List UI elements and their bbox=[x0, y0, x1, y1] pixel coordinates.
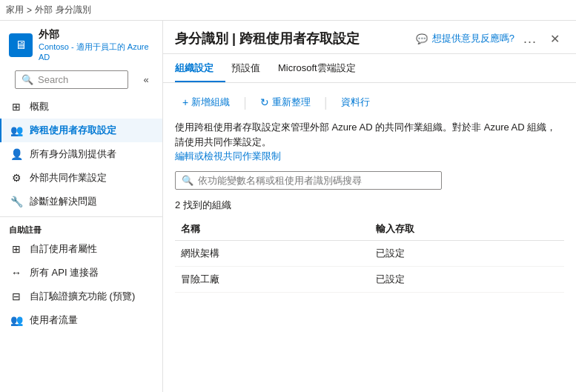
content-area: 身分識別 | 跨租使用者存取設定 💬 想提供意見反應嗎? ... ✕ 組織設定 … bbox=[163, 21, 576, 392]
breadcrumb-identity[interactable]: 身分識別 bbox=[56, 4, 91, 16]
api-connectors-icon: ↔ bbox=[10, 267, 22, 279]
sidebar-item-custom-auth-label: 自訂驗證擴充功能 (預覽) bbox=[30, 290, 135, 303]
sidebar-header: 🖥 外部 Contoso - 適用于員工的 Azure AD bbox=[0, 21, 162, 64]
sidebar-item-custom-auth[interactable]: ⊟ 自訂驗證擴充功能 (預覽) bbox=[0, 285, 162, 308]
sidebar-item-api-connectors[interactable]: ↔ 所有 API 連接器 bbox=[0, 261, 162, 285]
data-columns-button[interactable]: 資料行 bbox=[334, 92, 377, 113]
refresh-button[interactable]: ↻ 重新整理 bbox=[253, 92, 318, 113]
sidebar-item-custom-attrs[interactable]: ⊞ 自訂使用者屬性 bbox=[0, 237, 162, 261]
breadcrumb: 家用 > 外部 身分識別 bbox=[0, 0, 576, 21]
feedback-icon: 💬 bbox=[416, 33, 428, 44]
collab-restrictions-link[interactable]: 編輯或檢視共同作業限制 bbox=[175, 150, 281, 162]
add-org-button[interactable]: + 新增組織 bbox=[175, 92, 237, 113]
content-header-right: 💬 想提供意見反應嗎? ... ✕ bbox=[416, 30, 564, 47]
sidebar-item-overview-label: 概觀 bbox=[30, 100, 49, 113]
custom-attrs-icon: ⊞ bbox=[10, 243, 22, 255]
sidebar-item-all-providers-label: 所有身分識別提供者 bbox=[30, 147, 116, 161]
sidebar-header-text: 外部 Contoso - 適用于員工的 Azure AD bbox=[39, 28, 153, 62]
org-name: 網狀架構 bbox=[175, 240, 370, 266]
filter-input[interactable] bbox=[198, 175, 435, 186]
org-access: 已設定 bbox=[370, 240, 565, 266]
filter-icon: 🔍 bbox=[182, 175, 193, 186]
sidebar: 🖥 外部 Contoso - 適用于員工的 Azure AD 🔍 « ⊞ 概觀 … bbox=[0, 21, 163, 392]
more-options-button[interactable]: ... bbox=[523, 31, 537, 47]
filter-box[interactable]: 🔍 bbox=[175, 171, 442, 190]
sidebar-item-cross-tenant-label: 跨租使用者存取設定 bbox=[30, 124, 116, 137]
description-text1: 使用跨租使用者存取設定來管理外部 Azure AD 的共同作業組織。對於非 Az… bbox=[175, 122, 556, 147]
tab-org-settings[interactable]: 組織設定 bbox=[175, 56, 225, 82]
table-row[interactable]: 網狀架構 已設定 bbox=[175, 240, 564, 266]
data-columns-label: 資料行 bbox=[341, 96, 370, 109]
orgs-table: 名稱 輸入存取 網狀架構 已設定 冒險工廠 已設定 bbox=[175, 218, 564, 293]
nav-divider bbox=[0, 216, 162, 217]
nav-section-main: ⊞ 概觀 👥 跨租使用者存取設定 👤 所有身分識別提供者 ⚙ 外部共同作業設定 … bbox=[0, 95, 162, 213]
sidebar-item-custom-attrs-label: 自訂使用者屬性 bbox=[30, 242, 97, 256]
toolbar-separator: | bbox=[243, 95, 247, 110]
cross-tenant-icon: 👥 bbox=[10, 124, 22, 136]
org-name: 冒險工廠 bbox=[175, 266, 370, 292]
breadcrumb-sep1: > bbox=[27, 5, 32, 16]
sidebar-item-user-flows[interactable]: 👥 使用者流量 bbox=[0, 308, 162, 332]
feedback-text: 想提供意見反應嗎? bbox=[432, 32, 514, 45]
overview-icon: ⊞ bbox=[10, 101, 22, 113]
sidebar-search-box[interactable]: 🔍 bbox=[15, 70, 128, 89]
refresh-label: 重新整理 bbox=[272, 96, 311, 109]
sidebar-subtitle: Contoso - 適用于員工的 Azure AD bbox=[39, 41, 153, 62]
sidebar-item-diagnose-label: 診斷並解決問題 bbox=[30, 195, 97, 208]
sidebar-item-user-flows-label: 使用者流量 bbox=[30, 313, 78, 327]
table-row[interactable]: 冒險工廠 已設定 bbox=[175, 266, 564, 292]
sidebar-item-external-collab-label: 外部共同作業設定 bbox=[30, 171, 107, 185]
sidebar-app-icon: 🖥 bbox=[9, 33, 33, 57]
sidebar-item-cross-tenant[interactable]: 👥 跨租使用者存取設定 bbox=[0, 119, 162, 142]
results-count: 2 找到的組織 bbox=[175, 199, 564, 212]
col-access: 輸入存取 bbox=[370, 218, 565, 241]
self-service-section-label: 自助註冊 bbox=[0, 220, 162, 237]
sidebar-title: 外部 bbox=[39, 28, 153, 41]
nav-section-self-service: ⊞ 自訂使用者屬性 ↔ 所有 API 連接器 ⊟ 自訂驗證擴充功能 (預覽) 👥… bbox=[0, 237, 162, 332]
breadcrumb-external[interactable]: 外部 bbox=[35, 4, 53, 16]
all-providers-icon: 👤 bbox=[10, 148, 22, 160]
close-button[interactable]: ✕ bbox=[546, 30, 564, 47]
search-icon: 🔍 bbox=[21, 74, 33, 85]
sidebar-item-external-collab[interactable]: ⚙ 外部共同作業設定 bbox=[0, 166, 162, 190]
diagnose-icon: 🔧 bbox=[10, 196, 22, 207]
add-org-label: 新增組織 bbox=[191, 96, 230, 109]
content-title: 身分識別 | 跨租使用者存取設定 bbox=[175, 30, 360, 47]
feedback-link[interactable]: 💬 想提供意見反應嗎? bbox=[416, 32, 514, 45]
sidebar-item-api-connectors-label: 所有 API 連接器 bbox=[30, 266, 99, 279]
search-input[interactable] bbox=[38, 74, 122, 85]
col-name: 名稱 bbox=[175, 218, 370, 241]
breadcrumb-home[interactable]: 家用 bbox=[6, 4, 24, 16]
refresh-icon: ↻ bbox=[260, 96, 269, 108]
tab-defaults[interactable]: 預設值 bbox=[231, 56, 272, 82]
sidebar-item-overview[interactable]: ⊞ 概觀 bbox=[0, 95, 162, 119]
user-flows-icon: 👥 bbox=[10, 314, 22, 326]
toolbar-separator2: | bbox=[324, 95, 328, 110]
org-access: 已設定 bbox=[370, 266, 565, 292]
sidebar-item-diagnose[interactable]: 🔧 診斷並解決問題 bbox=[0, 190, 162, 213]
sidebar-collapse-button[interactable]: « bbox=[139, 73, 153, 87]
tab-ms-cloud[interactable]: Microsoft雲端設定 bbox=[278, 56, 368, 82]
content-body: + 新增組織 | ↻ 重新整理 | 資料行 使用跨租使用者存取設定來管理外部 A… bbox=[163, 83, 576, 392]
description: 使用跨租使用者存取設定來管理外部 Azure AD 的共同作業組織。對於非 Az… bbox=[175, 120, 564, 164]
sidebar-item-all-providers[interactable]: 👤 所有身分識別提供者 bbox=[0, 142, 162, 166]
toolbar: + 新增組織 | ↻ 重新整理 | 資料行 bbox=[175, 92, 564, 113]
content-header: 身分識別 | 跨租使用者存取設定 💬 想提供意見反應嗎? ... ✕ bbox=[163, 21, 576, 54]
tab-bar: 組織設定 預設值 Microsoft雲端設定 bbox=[163, 56, 576, 83]
external-collab-icon: ⚙ bbox=[10, 172, 22, 184]
add-icon: + bbox=[182, 96, 188, 108]
custom-auth-icon: ⊟ bbox=[10, 290, 22, 302]
